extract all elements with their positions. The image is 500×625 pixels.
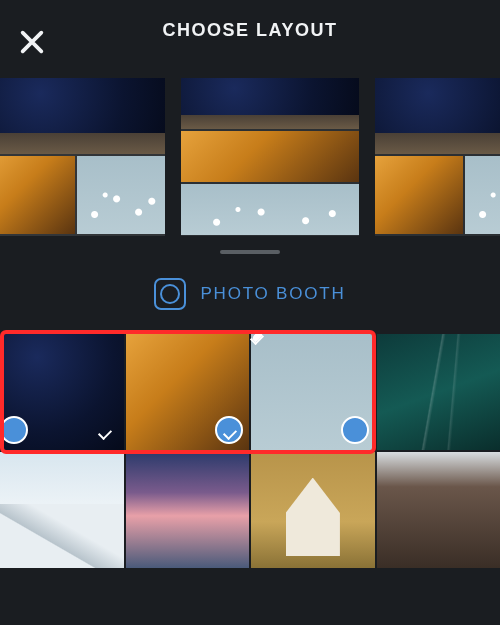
carousel-pager[interactable]: [220, 250, 280, 254]
photo-thumb[interactable]: [377, 334, 501, 450]
photo-booth-label: PHOTO BOOTH: [200, 284, 345, 304]
close-button[interactable]: [18, 28, 46, 56]
close-icon: [18, 28, 46, 56]
photo-thumb[interactable]: [126, 452, 250, 568]
photo-thumb[interactable]: [251, 452, 375, 568]
photo-thumb[interactable]: [126, 334, 250, 450]
photo-thumb[interactable]: [0, 452, 124, 568]
layout-option[interactable]: [181, 78, 359, 236]
photo-thumb[interactable]: [0, 334, 124, 450]
photo-thumb[interactable]: [377, 452, 501, 568]
photo-booth-button[interactable]: PHOTO BOOTH: [0, 272, 500, 316]
photo-grid: [0, 334, 500, 568]
layout-option[interactable]: [375, 78, 500, 236]
camera-icon: [154, 278, 186, 310]
photo-thumb[interactable]: [251, 334, 375, 450]
grid-row: [0, 452, 500, 568]
layout-carousel[interactable]: [0, 60, 500, 250]
header: CHOOSE LAYOUT: [0, 0, 500, 60]
page-title: CHOOSE LAYOUT: [163, 20, 338, 41]
layout-option[interactable]: [0, 78, 165, 236]
grid-row: [0, 334, 500, 450]
